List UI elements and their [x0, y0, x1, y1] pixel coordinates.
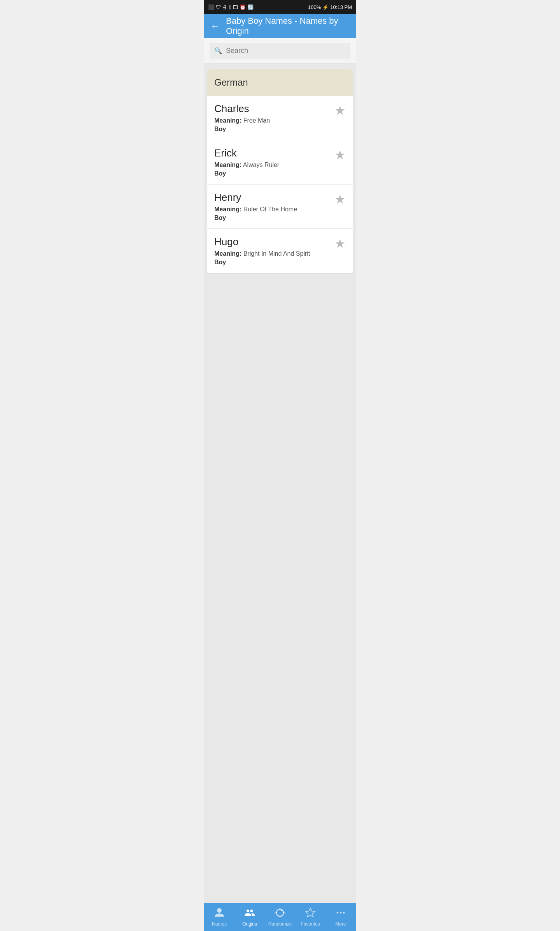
svg-point-3: [343, 912, 345, 914]
content-area: German Charles Meaning: Free Man Boy ★ E…: [204, 64, 356, 903]
app-bar: ← Baby Boy Names - Names by Origin: [204, 14, 356, 38]
back-button[interactable]: ←: [210, 21, 220, 32]
names-card: German Charles Meaning: Free Man Boy ★ E…: [207, 69, 353, 273]
names-nav-icon: [214, 907, 225, 920]
favorites-nav-icon: [305, 907, 316, 920]
battery-icon: ⚡: [322, 4, 329, 10]
search-container: 🔍: [204, 38, 356, 64]
status-icons: ⬛ 🛡 🖨 ᛒ 🗔 ⏰ 🔄: [208, 4, 254, 10]
more-nav-icon: [335, 907, 346, 920]
nav-item-randomize[interactable]: Randomize: [265, 907, 295, 927]
name-gender-0: Boy: [214, 126, 330, 133]
svg-point-2: [340, 912, 342, 914]
name-item: Hugo Meaning: Bright In Mind And Spirit …: [207, 228, 353, 273]
section-header: German: [207, 69, 353, 96]
origins-nav-icon: [244, 907, 255, 920]
name-item: Erick Meaning: Always Ruler Boy ★: [207, 140, 353, 184]
name-title-3: Hugo: [214, 236, 330, 248]
section-label: German: [214, 77, 248, 88]
status-bar: ⬛ 🛡 🖨 ᛒ 🗔 ⏰ 🔄 100% ⚡ 10:13 PM: [204, 0, 356, 14]
name-meaning-3: Meaning: Bright In Mind And Spirit: [214, 250, 330, 257]
name-gender-1: Boy: [214, 170, 330, 177]
search-input[interactable]: [226, 47, 346, 55]
meaning-label-0: Meaning:: [214, 117, 242, 124]
name-meaning-2: Meaning: Ruler Of The Home: [214, 206, 330, 213]
name-item: Henry Meaning: Ruler Of The Home Boy ★: [207, 184, 353, 228]
svg-point-1: [337, 912, 339, 914]
name-gender-2: Boy: [214, 214, 330, 221]
battery-text: 100%: [308, 4, 321, 10]
search-icon: 🔍: [214, 47, 222, 54]
favorite-star-3[interactable]: ★: [330, 237, 346, 250]
meaning-label-1: Meaning:: [214, 162, 242, 168]
name-title-2: Henry: [214, 191, 330, 204]
svg-marker-0: [306, 908, 315, 917]
name-info-2: Henry Meaning: Ruler Of The Home Boy: [214, 191, 330, 221]
name-info-1: Erick Meaning: Always Ruler Boy: [214, 147, 330, 177]
favorite-star-1[interactable]: ★: [330, 149, 346, 161]
randomize-nav-icon: [275, 907, 285, 920]
randomize-nav-label: Randomize: [268, 921, 292, 927]
status-right: 100% ⚡ 10:13 PM: [308, 4, 352, 10]
more-nav-label: More: [335, 921, 346, 927]
names-nav-label: Names: [212, 921, 227, 927]
bottom-nav: Names Origins Randomize Favorites: [204, 903, 356, 931]
meaning-label-2: Meaning:: [214, 206, 242, 213]
nav-item-favorites[interactable]: Favorites: [295, 907, 326, 927]
name-info-0: Charles Meaning: Free Man Boy: [214, 103, 330, 133]
name-info-3: Hugo Meaning: Bright In Mind And Spirit …: [214, 236, 330, 266]
status-left: ⬛ 🛡 🖨 ᛒ 🗔 ⏰ 🔄: [208, 4, 254, 10]
time-text: 10:13 PM: [330, 4, 352, 10]
favorite-star-2[interactable]: ★: [330, 193, 346, 206]
search-bar: 🔍: [210, 43, 350, 59]
page-title: Baby Boy Names - Names by Origin: [226, 16, 350, 36]
name-title-0: Charles: [214, 103, 330, 115]
favorites-nav-label: Favorites: [301, 921, 320, 927]
nav-item-more[interactable]: More: [326, 907, 356, 927]
nav-item-names[interactable]: Names: [204, 907, 234, 927]
name-meaning-1: Meaning: Always Ruler: [214, 162, 330, 169]
favorite-star-0[interactable]: ★: [330, 104, 346, 117]
name-gender-3: Boy: [214, 259, 330, 266]
name-meaning-0: Meaning: Free Man: [214, 117, 330, 124]
meaning-label-3: Meaning:: [214, 250, 242, 257]
names-list: Charles Meaning: Free Man Boy ★ Erick Me…: [207, 96, 353, 273]
nav-item-origins[interactable]: Origins: [234, 907, 265, 927]
name-item: Charles Meaning: Free Man Boy ★: [207, 96, 353, 140]
name-title-1: Erick: [214, 147, 330, 159]
origins-nav-label: Origins: [242, 921, 257, 927]
